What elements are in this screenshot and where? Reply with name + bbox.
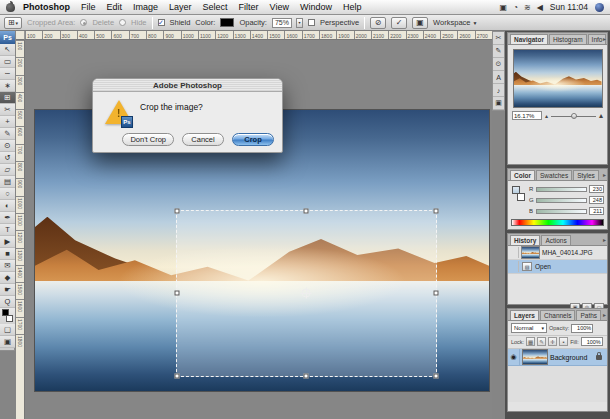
tool-button[interactable]: ✒ xyxy=(0,212,15,224)
zoom-out-icon[interactable]: ▴ xyxy=(545,112,548,119)
dialog-button[interactable]: Don't Crop xyxy=(122,133,174,146)
menu-item[interactable]: Window xyxy=(300,2,332,12)
tool-button[interactable]: ∽ xyxy=(0,68,15,80)
strip-icon[interactable]: A xyxy=(493,71,504,84)
tool-button[interactable]: ✂ xyxy=(0,104,15,116)
menu-item[interactable]: View xyxy=(270,2,289,12)
menu-item[interactable]: Help xyxy=(343,2,362,12)
photoshop-logo[interactable]: Ps xyxy=(0,31,15,44)
crop-selection[interactable] xyxy=(176,210,437,377)
lock-button[interactable]: ▪ xyxy=(559,337,568,346)
file-browser-button[interactable]: ▣ xyxy=(412,17,428,29)
color-swatch-pair[interactable] xyxy=(511,184,526,210)
history-source-well[interactable] xyxy=(510,247,519,258)
status-icon[interactable]: ◀ xyxy=(537,3,543,12)
tool-button[interactable]: T xyxy=(0,224,15,236)
tool-button[interactable]: ▤ xyxy=(0,176,15,188)
apple-icon[interactable] xyxy=(6,3,15,12)
lock-button[interactable]: ▦ xyxy=(526,337,535,346)
zoom-in-icon[interactable]: ▴ xyxy=(599,111,603,120)
channel-value-field[interactable]: 211 xyxy=(589,207,604,215)
strip-icon[interactable]: ▣ xyxy=(493,97,504,110)
blend-mode-dropdown[interactable]: Normal▾ xyxy=(511,323,547,333)
panel-tab[interactable]: Color xyxy=(510,170,535,180)
screen-mode-button[interactable]: ▢ xyxy=(0,324,15,336)
tool-button[interactable]: ▶ xyxy=(0,236,15,248)
panel-tab[interactable]: Actions xyxy=(541,235,570,245)
panel-tab[interactable]: Paths xyxy=(576,310,601,320)
menu-item[interactable]: File xyxy=(81,2,96,12)
user-menu-icon[interactable] xyxy=(595,3,604,12)
history-source-well[interactable] xyxy=(510,261,519,272)
crop-handle-n[interactable] xyxy=(304,208,309,213)
panel-tab[interactable]: Styles xyxy=(573,170,599,180)
hide-radio[interactable] xyxy=(119,19,126,26)
tool-button[interactable]: ⊙ xyxy=(0,140,15,152)
panel-tab[interactable]: History xyxy=(510,235,540,245)
navigator-zoom-slider[interactable] xyxy=(551,112,596,120)
lock-button[interactable]: ✛ xyxy=(548,337,557,346)
tool-button[interactable]: ↺ xyxy=(0,152,15,164)
status-icon[interactable]: ≋ xyxy=(524,3,531,12)
crop-tool-preset[interactable]: ⊞▾ xyxy=(4,17,22,29)
slider-knob[interactable] xyxy=(571,113,577,119)
strip-icon[interactable]: ✂ xyxy=(493,32,504,45)
shield-checkbox[interactable]: ✓ xyxy=(158,19,165,26)
cancel-crop-button[interactable]: ⊘ xyxy=(370,17,386,29)
tool-button[interactable]: ↖ xyxy=(0,44,15,56)
foreground-color-swatch[interactable] xyxy=(2,309,9,316)
tool-button[interactable]: Q xyxy=(0,296,15,308)
menu-item[interactable]: Select xyxy=(203,2,228,12)
horizontal-ruler[interactable]: 1002003004005006007008009001000110012001… xyxy=(25,31,492,40)
layer-opacity-field[interactable]: 100% xyxy=(571,324,593,333)
panel-menu-icon[interactable]: ▸ xyxy=(603,35,606,42)
tool-button[interactable]: ◐ xyxy=(0,200,15,212)
dialog-button[interactable]: Cancel xyxy=(182,133,224,146)
background-color-swatch[interactable] xyxy=(6,315,13,322)
panel-tab[interactable]: Swatches xyxy=(536,170,572,180)
channel-slider[interactable] xyxy=(536,187,587,192)
crop-handle-ne[interactable] xyxy=(433,208,438,213)
tool-button[interactable]: ▱ xyxy=(0,164,15,176)
strip-icon[interactable]: ♪ xyxy=(493,84,504,97)
status-icon[interactable]: ◔ xyxy=(513,3,518,12)
vertical-ruler[interactable]: 1002003004005006007008009001000110012001… xyxy=(16,40,25,419)
crop-handle-s[interactable] xyxy=(304,373,309,378)
menu-item[interactable]: Edit xyxy=(107,2,123,12)
tool-button[interactable]: ⊞ xyxy=(0,92,15,104)
shield-color-swatch[interactable] xyxy=(220,18,234,27)
menu-item[interactable]: Layer xyxy=(169,2,192,12)
tool-button[interactable]: ◆ xyxy=(0,272,15,284)
panel-menu-icon[interactable]: ▸ xyxy=(603,236,606,243)
crop-handle-sw[interactable] xyxy=(174,373,179,378)
foreground-swatch[interactable] xyxy=(512,186,520,194)
panel-tab[interactable]: Navigator xyxy=(510,34,548,44)
crop-handle-e[interactable] xyxy=(433,291,438,296)
background-layer-row[interactable]: ◉ Background xyxy=(508,349,607,366)
dialog-button[interactable]: Crop xyxy=(232,133,274,146)
channel-value-field[interactable]: 248 xyxy=(589,196,604,204)
panel-menu-icon[interactable]: ▸ xyxy=(603,171,606,178)
panel-menu-icon[interactable]: ▸ xyxy=(603,311,606,318)
strip-icon[interactable]: ⊙ xyxy=(493,58,504,71)
navigator-preview[interactable] xyxy=(514,50,602,107)
crop-handle-nw[interactable] xyxy=(174,208,179,213)
tool-button[interactable]: + xyxy=(0,116,15,128)
tool-button[interactable]: ■ xyxy=(0,248,15,260)
channel-slider[interactable] xyxy=(536,198,587,203)
tool-button[interactable]: ▭ xyxy=(0,56,15,68)
navigator-zoom-field[interactable]: 16.17% xyxy=(512,111,542,120)
screen-mode-button[interactable]: ▣ xyxy=(0,336,15,348)
crop-center-pivot[interactable] xyxy=(302,289,311,298)
tool-button[interactable]: ☛ xyxy=(0,284,15,296)
menu-item[interactable]: Image xyxy=(133,2,158,12)
color-spectrum-ramp[interactable] xyxy=(511,219,604,226)
status-icon[interactable]: ▣ xyxy=(500,3,508,12)
tool-button[interactable]: ∗ xyxy=(0,80,15,92)
lock-button[interactable]: ✎ xyxy=(537,337,546,346)
background-swatch[interactable] xyxy=(517,193,525,201)
tool-button[interactable]: ○ xyxy=(0,188,15,200)
channel-value-field[interactable]: 230 xyxy=(589,185,604,193)
opacity-stepper[interactable]: ▾ xyxy=(296,18,303,28)
panel-tab[interactable]: Histogram xyxy=(549,34,587,44)
